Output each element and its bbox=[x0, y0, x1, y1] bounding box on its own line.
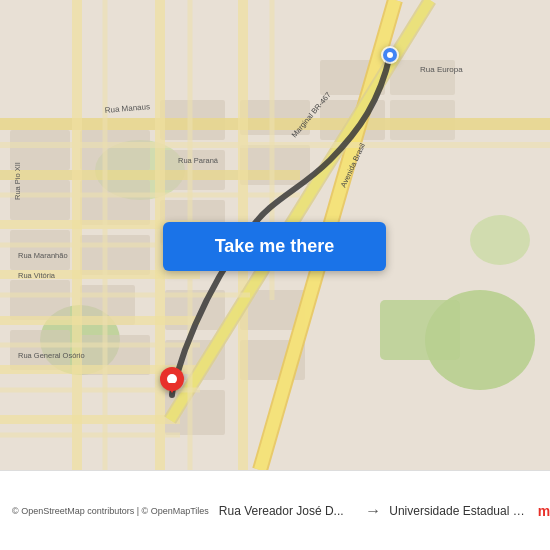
svg-text:Rua General Osório: Rua General Osório bbox=[18, 351, 85, 360]
svg-text:Rua Vitória: Rua Vitória bbox=[18, 271, 56, 280]
svg-rect-13 bbox=[80, 235, 150, 275]
svg-rect-34 bbox=[0, 316, 200, 325]
svg-rect-11 bbox=[80, 130, 150, 170]
svg-rect-31 bbox=[0, 170, 300, 180]
svg-rect-37 bbox=[72, 0, 82, 470]
svg-text:Rua Europa: Rua Europa bbox=[420, 65, 463, 74]
svg-rect-8 bbox=[10, 230, 70, 270]
route-info: Rua Vereador José D... → Universidade Es… bbox=[209, 502, 538, 520]
svg-rect-5 bbox=[380, 300, 460, 360]
svg-point-64 bbox=[167, 374, 177, 384]
take-me-there-button[interactable]: Take me there bbox=[163, 222, 386, 271]
svg-rect-36 bbox=[0, 415, 180, 424]
origin-text: Rua Vereador José D... bbox=[219, 504, 357, 518]
map-container[interactable]: Rua Manaus Rua Paraná Rua Pio XII Rua Ma… bbox=[0, 0, 550, 470]
svg-point-68 bbox=[387, 52, 393, 58]
destination-text: Universidade Estadual Do ... bbox=[389, 504, 527, 518]
bottom-bar: © OpenStreetMap contributors | © OpenMap… bbox=[0, 470, 550, 550]
svg-point-4 bbox=[470, 215, 530, 265]
svg-rect-12 bbox=[80, 180, 150, 225]
svg-text:Rua Paraná: Rua Paraná bbox=[178, 156, 219, 165]
svg-rect-9 bbox=[10, 280, 70, 320]
moovit-logo-text: moovit bbox=[538, 503, 550, 519]
svg-text:Rua Pio XII: Rua Pio XII bbox=[13, 162, 22, 200]
svg-text:Rua Maranhão: Rua Maranhão bbox=[18, 251, 68, 260]
svg-rect-10 bbox=[10, 330, 70, 370]
svg-rect-30 bbox=[0, 118, 550, 130]
arrow-icon: → bbox=[365, 502, 381, 520]
attribution-text: © OpenStreetMap contributors | © OpenMap… bbox=[12, 506, 209, 516]
moovit-logo: moovit bbox=[538, 503, 550, 519]
